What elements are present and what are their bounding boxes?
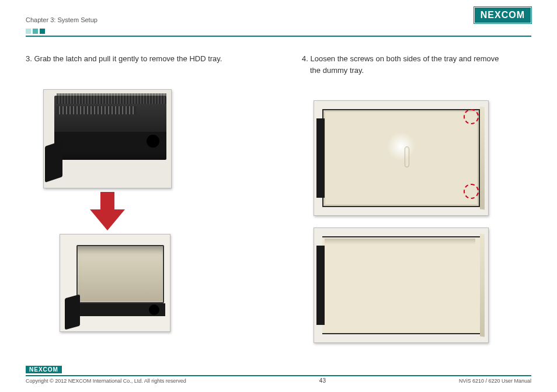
photo-tray-screws <box>314 100 489 216</box>
photo-tray-removed <box>60 234 170 332</box>
brand-logo-text: NEXCOM <box>481 10 525 20</box>
copyright-text: Copyright © 2012 NEXCOM International Co… <box>26 378 186 384</box>
brand-logo: NEXCOM <box>474 7 531 23</box>
step-4-text-line2: the dummy tray. <box>302 65 531 76</box>
right-column: 4. Loosen the screws on both sides of th… <box>302 53 531 345</box>
figure-group-step4 <box>302 100 531 345</box>
page-number: 43 <box>319 377 326 384</box>
page-header: Chapter 3: System Setup NEXCOM <box>0 0 557 23</box>
header-rule <box>0 23 557 37</box>
page-footer: NEXCOM Copyright © 2012 NEXCOM Internati… <box>26 363 531 384</box>
document-reference: NViS 6210 / 6220 User Manual <box>459 378 531 384</box>
screw-highlight-icon <box>464 184 479 199</box>
step-4-text-line1: 4. Loosen the screws on both sides of th… <box>302 53 531 65</box>
chapter-title: Chapter 3: System Setup <box>26 16 98 23</box>
step-3-text: 3. Grab the latch and pull it gently to … <box>26 53 255 65</box>
photo-tray-empty <box>314 228 489 343</box>
accent-squares-icon <box>26 29 45 34</box>
arrow-down-icon <box>90 192 125 233</box>
screw-highlight-icon <box>464 109 479 124</box>
footer-brand-logo: NEXCOM <box>26 366 62 373</box>
photo-hdd-latch <box>43 89 172 188</box>
figure-group-step3 <box>26 89 255 334</box>
content-area: 3. Grab the latch and pull it gently to … <box>0 37 557 345</box>
left-column: 3. Grab the latch and pull it gently to … <box>26 53 255 345</box>
